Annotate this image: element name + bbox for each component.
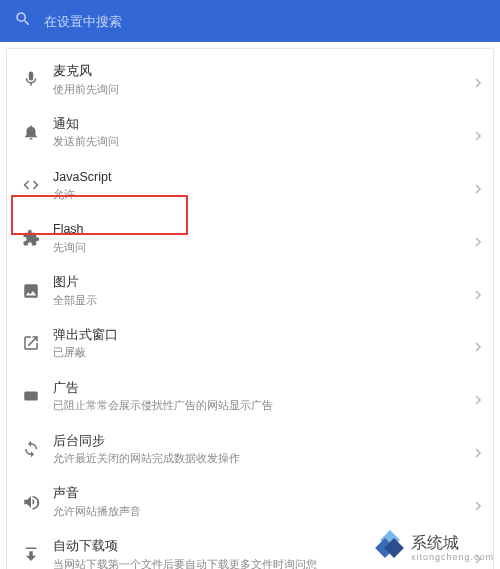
row-title: 自动下载项 <box>53 538 475 556</box>
chevron-right-icon <box>475 338 481 348</box>
chevron-right-icon <box>475 180 481 190</box>
sync-icon <box>17 440 45 458</box>
row-subtitle: 已屏蔽 <box>53 345 475 359</box>
row-texts: 弹出式窗口已屏蔽 <box>45 327 475 360</box>
row-subtitle: 已阻止常常会展示侵扰性广告的网站显示广告 <box>53 398 475 412</box>
settings-row-puzzle[interactable]: Flash先询问 <box>7 211 493 264</box>
chevron-right-icon <box>475 550 481 560</box>
ad-icon <box>17 387 45 405</box>
row-texts: 图片全部显示 <box>45 274 475 307</box>
chevron-right-icon <box>475 74 481 84</box>
chevron-right-icon <box>475 444 481 454</box>
row-texts: 通知发送前先询问 <box>45 116 475 149</box>
chevron-right-icon <box>475 286 481 296</box>
mic-icon <box>17 70 45 88</box>
settings-row-image[interactable]: 图片全部显示 <box>7 264 493 317</box>
code-icon <box>17 176 45 194</box>
search-input[interactable] <box>44 14 486 29</box>
puzzle-icon <box>17 229 45 247</box>
settings-row-bell[interactable]: 通知发送前先询问 <box>7 106 493 159</box>
row-title: 通知 <box>53 116 475 134</box>
chevron-right-icon <box>475 233 481 243</box>
row-title: Flash <box>53 221 475 239</box>
row-title: 麦克风 <box>53 63 475 81</box>
settings-row-code[interactable]: JavaScript允许 <box>7 159 493 212</box>
svg-rect-0 <box>24 392 38 401</box>
row-title: 声音 <box>53 485 475 503</box>
row-subtitle: 全部显示 <box>53 293 475 307</box>
row-title: 广告 <box>53 380 475 398</box>
row-texts: 后台同步允许最近关闭的网站完成数据收发操作 <box>45 433 475 466</box>
image-icon <box>17 282 45 300</box>
settings-row-sync[interactable]: 后台同步允许最近关闭的网站完成数据收发操作 <box>7 423 493 476</box>
row-subtitle: 允许网站播放声音 <box>53 504 475 518</box>
settings-panel: 麦克风使用前先询问通知发送前先询问JavaScript允许Flash先询问图片全… <box>6 48 494 569</box>
settings-row-download[interactable]: 自动下载项当网站下载第一个文件后要自动下载更多文件时询问您 <box>7 528 493 569</box>
row-subtitle: 允许最近关闭的网站完成数据收发操作 <box>53 451 475 465</box>
settings-row-mic[interactable]: 麦克风使用前先询问 <box>7 53 493 106</box>
bell-icon <box>17 123 45 141</box>
row-texts: 麦克风使用前先询问 <box>45 63 475 96</box>
row-title: 弹出式窗口 <box>53 327 475 345</box>
row-title: 图片 <box>53 274 475 292</box>
search-icon <box>14 10 32 32</box>
search-bar[interactable] <box>0 0 500 42</box>
row-subtitle: 允许 <box>53 187 475 201</box>
download-icon <box>17 546 45 564</box>
popup-icon <box>17 334 45 352</box>
row-title: 后台同步 <box>53 433 475 451</box>
settings-row-popup[interactable]: 弹出式窗口已屏蔽 <box>7 317 493 370</box>
row-subtitle: 当网站下载第一个文件后要自动下载更多文件时询问您 <box>53 557 475 569</box>
row-subtitle: 先询问 <box>53 240 475 254</box>
row-texts: 自动下载项当网站下载第一个文件后要自动下载更多文件时询问您 <box>45 538 475 569</box>
chevron-right-icon <box>475 497 481 507</box>
row-texts: JavaScript允许 <box>45 169 475 202</box>
volume-icon <box>17 493 45 511</box>
row-texts: 广告已阻止常常会展示侵扰性广告的网站显示广告 <box>45 380 475 413</box>
row-title: JavaScript <box>53 169 475 187</box>
settings-row-volume[interactable]: 声音允许网站播放声音 <box>7 475 493 528</box>
row-texts: Flash先询问 <box>45 221 475 254</box>
settings-row-ad[interactable]: 广告已阻止常常会展示侵扰性广告的网站显示广告 <box>7 370 493 423</box>
row-subtitle: 使用前先询问 <box>53 82 475 96</box>
row-texts: 声音允许网站播放声音 <box>45 485 475 518</box>
row-subtitle: 发送前先询问 <box>53 134 475 148</box>
chevron-right-icon <box>475 127 481 137</box>
chevron-right-icon <box>475 391 481 401</box>
